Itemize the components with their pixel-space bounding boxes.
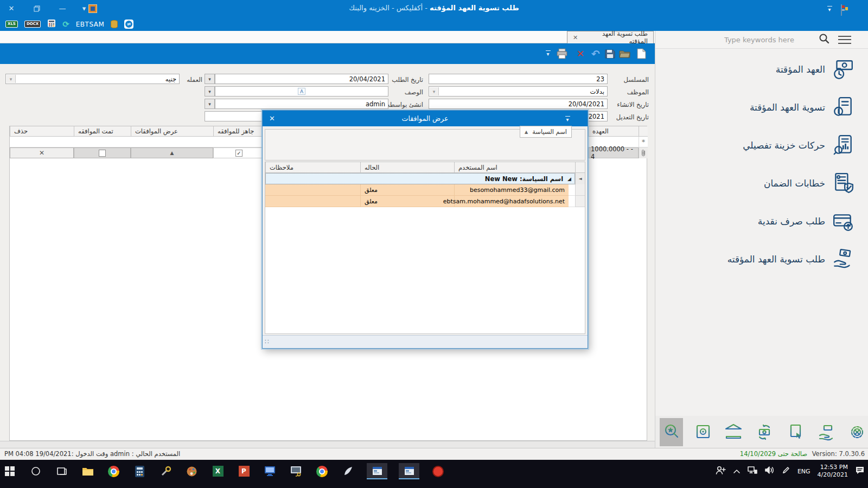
excel-icon[interactable]: X (210, 463, 225, 479)
tab-custody-settlement-request[interactable]: ✕ طلب تسوية العهد المؤقته (567, 31, 654, 43)
undo-icon[interactable]: ↶ (589, 48, 602, 60)
sidebar-search-row (655, 31, 868, 49)
created-by-field[interactable]: admin (215, 99, 388, 109)
search-icon[interactable] (819, 33, 829, 46)
col-header-notes[interactable]: ملاحظات (265, 162, 360, 173)
money-cycle-icon[interactable] (752, 418, 776, 446)
row2-status-cell[interactable]: معلق (360, 196, 454, 207)
dialog-pin-icon[interactable]: ▾ (564, 116, 571, 123)
row1-notes-cell[interactable] (265, 184, 360, 196)
employee-combobox[interactable]: بدلات ▾ (429, 86, 608, 97)
people-tray-icon[interactable] (715, 465, 726, 477)
request-date-field[interactable]: 20/04/2021 (215, 74, 388, 84)
resize-grip-icon[interactable]: ∷ (265, 338, 269, 345)
serial-field[interactable]: 23 (429, 74, 608, 84)
tab-close-icon[interactable]: ✕ (573, 34, 578, 41)
gear-tools-icon[interactable] (845, 418, 868, 446)
doc-touch-icon[interactable] (783, 418, 807, 446)
chrome-icon[interactable] (106, 463, 121, 479)
save-icon[interactable] (603, 48, 616, 60)
tray-chevron-up-icon[interactable] (733, 466, 741, 477)
browser-icon[interactable] (315, 463, 329, 479)
pen-tray-icon[interactable] (782, 466, 790, 477)
group-by-policy-button[interactable]: اسم السياسة ▲ (520, 126, 572, 138)
quill-app-icon[interactable] (341, 463, 355, 479)
cortana-search-icon[interactable] (28, 463, 43, 479)
description-field[interactable]: A (215, 86, 388, 97)
pc-app-icon[interactable] (263, 463, 277, 479)
row1-status-cell[interactable]: معلق (360, 184, 454, 196)
ready-checkbox[interactable]: ✓ (235, 150, 242, 157)
screen-record-icon[interactable] (431, 463, 445, 479)
grid-custody-cell[interactable]: 1000.0000 - - 4 (588, 147, 639, 158)
start-button-icon[interactable] (2, 463, 17, 479)
paint-palette-icon[interactable] (184, 463, 199, 479)
currency-combobox[interactable]: جنيه ▾ (5, 74, 180, 84)
grid-header-view-approvals[interactable]: عرض الموافقات (131, 126, 213, 137)
delete-icon[interactable]: ✕ (574, 48, 587, 60)
group-row-policy[interactable]: اسم السياسة: New New ◢ (265, 173, 575, 184)
grid-view-approvals-button[interactable]: ▲ (131, 147, 213, 158)
export-docx-icon[interactable]: DOCX (24, 21, 41, 28)
grid-approved-cell[interactable] (74, 147, 131, 158)
app-window-active-1[interactable] (367, 463, 387, 479)
col-header-user[interactable]: اسم المستخدم (454, 162, 575, 173)
sidebar-item-guarantee-letters[interactable]: خطابات الضمان (655, 166, 868, 200)
open-folder-icon[interactable] (618, 48, 631, 60)
app-window-active-2[interactable] (399, 463, 419, 479)
calculator-icon[interactable] (47, 19, 56, 30)
grid-header-ready[interactable]: جاهز للموافقه (213, 126, 265, 137)
currency-dropdown-icon[interactable]: ▾ (7, 75, 16, 83)
row1-user-cell[interactable]: besomohammed33@gmail.com (454, 184, 569, 196)
database-icon[interactable] (111, 20, 118, 28)
print-icon[interactable] (556, 48, 569, 60)
grid-header-approved[interactable]: تمت الموافقه (74, 126, 131, 137)
taskbar-clock[interactable]: 12:53 PM 4/20/2021 (818, 464, 848, 479)
col-header-status[interactable]: الحاله (360, 162, 454, 173)
sidebar-item-temporary-custody[interactable]: العهد المؤقتة (655, 53, 868, 86)
col-header-indicator (575, 162, 585, 173)
grid-ready-cell[interactable]: ✓ (213, 147, 265, 158)
grid-header-custody[interactable]: العهده (588, 126, 639, 137)
bank-icon[interactable] (722, 418, 745, 446)
sidebar-item-custody-settlement[interactable]: تسوية العهد المؤقتة (655, 91, 868, 124)
search-input[interactable] (723, 35, 810, 44)
task-view-icon[interactable] (54, 463, 69, 479)
titlebar-grid-icon[interactable] (841, 4, 842, 16)
volume-tray-icon[interactable] (764, 466, 775, 477)
sidebar-item-custody-settlement-request[interactable]: طلب تسوية العهد المؤقته (655, 242, 868, 276)
hand-cash-icon[interactable] (814, 418, 838, 446)
description-dropdown-icon[interactable]: ▾ (205, 86, 215, 97)
row2-user-cell[interactable]: ebtsam.mohammed@hadafsolutions.net (454, 196, 569, 207)
safe-icon[interactable] (691, 418, 714, 446)
remote-desktop-icon[interactable] (289, 463, 303, 479)
created-by-dropdown-icon[interactable]: ▾ (205, 99, 215, 109)
language-indicator[interactable]: ENG (797, 468, 810, 475)
tools-icon[interactable] (158, 463, 173, 479)
approved-checkbox[interactable] (99, 150, 106, 157)
titlebar-pin-icon[interactable]: ▾ (826, 6, 833, 12)
sidebar-item-treasury-detail[interactable]: حركات خزينة تفصيلي (655, 129, 868, 162)
refresh-icon[interactable]: ⟳ (62, 20, 69, 29)
powerpoint-icon[interactable]: P (237, 463, 251, 479)
grid-header-delete[interactable]: حذف (10, 126, 74, 137)
row2-indicator (575, 196, 585, 207)
toolbar-options-icon[interactable]: ▾ (545, 50, 551, 57)
dialog-close-icon[interactable]: ✕ (269, 111, 275, 126)
sidebar-item-cash-disbursement-request[interactable]: طلب صرف نقدية (655, 204, 868, 238)
new-document-icon[interactable] (635, 48, 648, 60)
network-tray-icon[interactable] (748, 466, 757, 477)
menu-hamburger-icon[interactable] (838, 36, 851, 44)
export-xls-icon[interactable]: XLS (5, 21, 18, 28)
notification-center-icon[interactable] (855, 466, 865, 477)
request-date-dropdown-icon[interactable]: ▾ (205, 74, 215, 84)
created-date-field[interactable]: 20/04/2021 (429, 99, 608, 109)
teamviewer-icon[interactable]: ⇄ (124, 20, 133, 29)
file-explorer-icon[interactable] (80, 463, 95, 479)
calculator-icon-taskbar[interactable] (132, 463, 147, 479)
search-star-icon[interactable] (660, 418, 683, 446)
grid-delete-button[interactable]: ✕ (10, 147, 74, 158)
row2-notes-cell[interactable] (265, 196, 360, 207)
employee-dropdown-icon[interactable]: ▾ (430, 87, 439, 95)
group-expand-icon[interactable]: ◢ (567, 176, 571, 182)
